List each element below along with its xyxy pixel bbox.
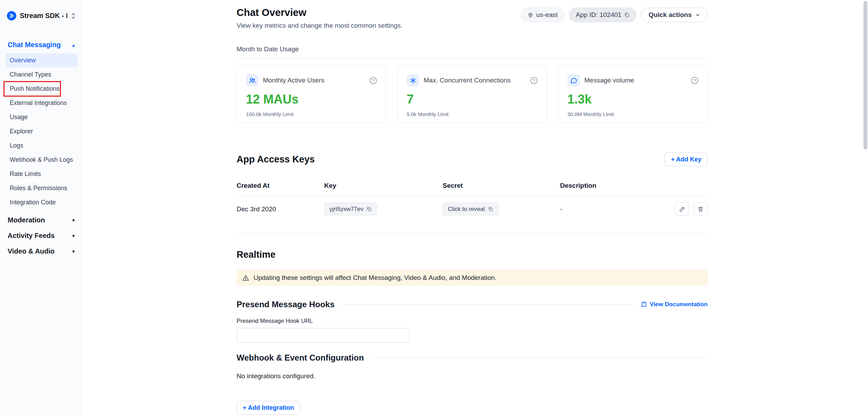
card-max-concurrent-connections: Max. Concurrent Connections ? 7 5.0k Mon… <box>397 65 547 123</box>
card-title: Message volume <box>584 77 687 84</box>
card-title: Monthly Active Users <box>263 77 365 84</box>
sidebar-item-push-notifications[interactable]: Push Notifications <box>6 82 78 96</box>
sidebar-item-label: Overview <box>10 57 36 64</box>
warning-banner: Updating these settings will affect Chat… <box>237 270 708 286</box>
sidebar-item-label: External Integrations <box>10 99 67 106</box>
users-icon <box>246 74 258 87</box>
table-row: Dec 3rd 2020 yjrt5yxw77ev Click to revea… <box>237 196 708 222</box>
card-title: Max. Concurrent Connections <box>424 77 526 84</box>
page-header: Chat Overview View key metrics and chang… <box>237 7 708 29</box>
chat-messaging-items: Overview Channel Types Push Notification… <box>0 53 81 210</box>
key-value: yjrt5yxw77ev <box>329 206 363 213</box>
scrollbar-thumb[interactable] <box>863 1 867 149</box>
card-message-volume: Message volume ? 1.3k 30.0M Monthly Limi… <box>558 65 708 123</box>
app-id-label: App ID: 102401 <box>576 11 621 19</box>
scrollbar[interactable] <box>863 0 867 416</box>
page-title: Chat Overview <box>237 7 402 18</box>
sidebar-item-label: Channel Types <box>10 71 51 78</box>
card-monthly-active-users: Monthly Active Users ? 12 MAUs 100.0k Mo… <box>237 65 386 123</box>
view-documentation-link[interactable]: View Documentation <box>641 301 708 308</box>
sidebar-item-external-integrations[interactable]: External Integrations <box>6 96 78 110</box>
sidebar-nav: Chat Messaging ▴ Overview Channel Types … <box>0 37 81 259</box>
info-icon[interactable]: ? <box>370 77 377 84</box>
section-label: Chat Messaging <box>8 41 61 49</box>
info-icon[interactable]: ? <box>691 77 698 84</box>
no-integrations-text: No integrations configured. <box>237 372 708 380</box>
app-access-keys-title: App Access Keys <box>237 154 315 165</box>
workspace-switcher[interactable]: Stream SDK - Rea... <box>0 9 81 23</box>
copy-icon[interactable] <box>624 12 630 18</box>
add-key-button[interactable]: + Add Key <box>665 152 708 166</box>
sidebar-item-rate-limits[interactable]: Rate Limits <box>6 167 78 181</box>
card-limit: 5.0k Monthly Limit <box>407 111 538 117</box>
key-chip[interactable]: yjrt5yxw77ev <box>324 203 377 215</box>
column-header-description: Description <box>560 182 666 189</box>
section-label: Moderation <box>8 216 45 224</box>
sidebar-item-webhook-push-logs[interactable]: Webhook & Push Logs <box>6 153 78 167</box>
quick-actions-button[interactable]: Quick actions <box>641 8 708 22</box>
sidebar-section-activity-feeds[interactable]: Activity Feeds ▾ <box>0 228 81 244</box>
divider <box>342 304 634 305</box>
connections-icon <box>407 74 419 87</box>
warning-icon <box>242 274 249 282</box>
workspace-select-icon <box>71 12 76 20</box>
sidebar-item-label: Explorer <box>10 128 33 135</box>
edit-key-button[interactable] <box>675 202 689 216</box>
location-pin-icon <box>528 12 533 18</box>
divider <box>237 58 708 58</box>
usage-cards: Monthly Active Users ? 12 MAUs 100.0k Mo… <box>237 65 708 123</box>
info-icon[interactable]: ? <box>530 77 538 84</box>
page-content: Chat Overview View key metrics and chang… <box>237 0 708 416</box>
card-value: 12 MAUs <box>246 92 377 107</box>
sidebar-item-integration-code[interactable]: Integration Code <box>6 195 78 210</box>
sidebar-item-explorer[interactable]: Explorer <box>6 124 78 139</box>
column-header-secret: Secret <box>443 182 560 189</box>
page-subtitle: View key metrics and change the most com… <box>237 22 402 29</box>
description-cell: - <box>560 205 666 213</box>
webhook-config-title: Webhook & Event Configuration <box>237 353 364 363</box>
sidebar-item-logs[interactable]: Logs <box>6 139 78 153</box>
secret-reveal-chip[interactable]: Click to reveal <box>443 203 498 215</box>
copy-icon[interactable] <box>366 206 372 212</box>
section-label: Video & Audio <box>8 247 55 255</box>
card-value: 7 <box>407 92 538 107</box>
presend-hook-url-label: Presend Message Hook URL <box>237 318 708 325</box>
sidebar-item-label: Roles & Permissions <box>10 185 67 192</box>
sidebar-item-overview[interactable]: Overview <box>6 53 78 68</box>
chevron-down-icon: ▾ <box>72 248 75 255</box>
quick-actions-label: Quick actions <box>648 11 692 19</box>
main-area: Chat Overview View key metrics and chang… <box>81 0 868 416</box>
sidebar-section-chat-messaging[interactable]: Chat Messaging ▴ <box>0 37 81 53</box>
region-pill: us-east <box>521 8 564 22</box>
card-limit: 30.0M Monthly Limit <box>567 111 698 117</box>
sidebar-item-usage[interactable]: Usage <box>6 110 78 124</box>
chevron-down-icon <box>695 12 700 18</box>
secret-label: Click to reveal <box>448 206 485 213</box>
access-keys-table: Created At Key Secret Description Dec 3r… <box>237 182 708 222</box>
column-header-created-at: Created At <box>237 182 324 189</box>
message-icon <box>567 74 580 87</box>
add-integration-button[interactable]: + Add Integration <box>237 401 300 415</box>
book-icon <box>641 301 647 308</box>
header-actions: us-east App ID: 102401 Quick actions <box>521 8 708 22</box>
column-header-key: Key <box>324 182 443 189</box>
sidebar-section-video-audio[interactable]: Video & Audio ▾ <box>0 244 81 259</box>
workspace-name: Stream SDK - Rea... <box>20 12 67 20</box>
view-documentation-label: View Documentation <box>650 301 708 308</box>
sidebar-item-label: Rate Limits <box>10 170 41 177</box>
sidebar-item-channel-types[interactable]: Channel Types <box>6 68 78 82</box>
warning-text: Updating these settings will affect Chat… <box>254 274 497 282</box>
chevron-down-icon: ▾ <box>72 233 75 239</box>
stream-logo-icon <box>7 11 16 20</box>
app-id-pill[interactable]: App ID: 102401 <box>569 8 636 22</box>
chevron-up-icon: ▴ <box>72 42 75 48</box>
section-label: Activity Feeds <box>8 232 55 240</box>
copy-icon[interactable] <box>488 206 493 212</box>
sidebar-item-label: Push Notifications <box>10 85 60 92</box>
sidebar-item-roles-permissions[interactable]: Roles & Permissions <box>6 181 78 195</box>
divider <box>371 358 708 358</box>
delete-key-button[interactable] <box>693 202 708 216</box>
sidebar-section-moderation[interactable]: Moderation ▾ <box>0 212 81 228</box>
sidebar: Stream SDK - Rea... Chat Messaging ▴ Ove… <box>0 0 81 416</box>
presend-hook-url-input[interactable] <box>237 328 410 343</box>
